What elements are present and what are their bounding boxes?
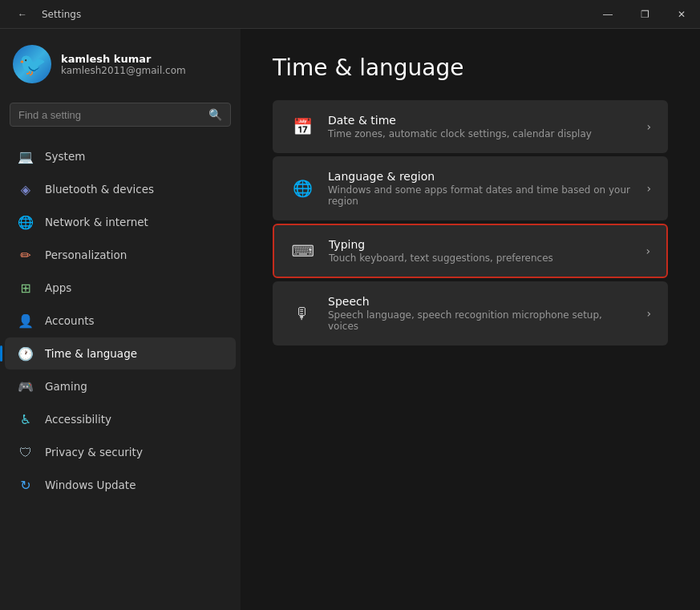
sidebar-item-label-gaming: Gaming <box>45 380 87 393</box>
bluetooth-icon: ◈ <box>18 181 34 197</box>
main-content: Time & language 📅Date & timeTime zones, … <box>241 29 700 610</box>
search-icon: 🔍 <box>208 108 222 121</box>
settings-card-language[interactable]: 🌐Language & regionWindows and some apps … <box>273 156 668 220</box>
personalization-icon: ✏ <box>18 247 34 263</box>
apps-icon: ⊞ <box>18 280 34 296</box>
user-info: kamlesh kumar kamlesh2011@gmail.com <box>61 53 186 76</box>
back-button[interactable]: ← <box>10 0 35 29</box>
sidebar-item-personalization[interactable]: ✏Personalization <box>5 239 236 271</box>
accounts-icon: 👤 <box>18 313 34 329</box>
sidebar-item-update[interactable]: ↻Windows Update <box>5 469 236 501</box>
sidebar-item-label-timelang: Time & language <box>45 347 137 360</box>
typing-desc: Touch keyboard, text suggestions, prefer… <box>329 252 633 264</box>
sidebar-item-label-accounts: Accounts <box>45 314 95 327</box>
sidebar-item-privacy[interactable]: 🛡Privacy & security <box>5 436 236 468</box>
sidebar-item-label-personalization: Personalization <box>45 248 127 261</box>
nav-items: 💻System◈Bluetooth & devices🌐Network & in… <box>0 136 241 610</box>
sidebar-item-bluetooth[interactable]: ◈Bluetooth & devices <box>5 173 236 205</box>
page-title: Time & language <box>273 55 668 81</box>
sidebar-item-label-network: Network & internet <box>45 216 148 228</box>
settings-card-speech[interactable]: 🎙SpeechSpeech language, speech recogniti… <box>273 281 668 345</box>
sidebar-item-label-accessibility: Accessibility <box>45 413 111 426</box>
typing-chevron-icon: › <box>645 244 650 257</box>
speech-title: Speech <box>328 295 633 308</box>
language-desc: Windows and some apps format dates and t… <box>328 184 633 207</box>
sidebar-item-label-system: System <box>45 150 85 163</box>
language-chevron-icon: › <box>646 182 651 195</box>
datetime-title: Date & time <box>328 114 633 127</box>
sidebar-item-gaming[interactable]: 🎮Gaming <box>5 370 236 402</box>
titlebar-title: Settings <box>42 9 81 20</box>
sidebar-item-timelang[interactable]: 🕐Time & language <box>5 337 236 370</box>
speech-chevron-icon: › <box>646 307 651 320</box>
datetime-icon: 📅 <box>289 114 315 139</box>
sidebar-item-apps[interactable]: ⊞Apps <box>5 272 236 304</box>
language-title: Language & region <box>328 170 633 183</box>
sidebar-item-network[interactable]: 🌐Network & internet <box>5 206 236 238</box>
typing-icon: ⌨ <box>290 238 316 264</box>
search-input[interactable] <box>18 109 202 121</box>
settings-card-typing[interactable]: ⌨TypingTouch keyboard, text suggestions,… <box>273 224 668 278</box>
avatar: 🐦 <box>13 45 51 83</box>
typing-text: TypingTouch keyboard, text suggestions, … <box>329 238 633 264</box>
user-profile[interactable]: 🐦 kamlesh kumar kamlesh2011@gmail.com <box>0 29 241 96</box>
search-container: 🔍 <box>0 96 241 136</box>
network-icon: 🌐 <box>18 214 34 230</box>
titlebar-left: ← Settings <box>10 0 81 29</box>
user-email: kamlesh2011@gmail.com <box>61 65 186 76</box>
timelang-icon: 🕐 <box>18 345 34 362</box>
gaming-icon: 🎮 <box>18 378 34 394</box>
maximize-button[interactable]: ❐ <box>626 0 663 29</box>
update-icon: ↻ <box>18 477 34 493</box>
minimize-button[interactable]: — <box>589 0 626 29</box>
search-box: 🔍 <box>10 103 231 127</box>
titlebar-controls: — ❐ ✕ <box>589 0 700 29</box>
sidebar-item-system[interactable]: 💻System <box>5 140 236 172</box>
datetime-desc: Time zones, automatic clock settings, ca… <box>328 128 633 139</box>
speech-desc: Speech language, speech recognition micr… <box>328 309 633 332</box>
sidebar-item-label-privacy: Privacy & security <box>45 446 143 459</box>
close-button[interactable]: ✕ <box>663 0 700 29</box>
language-icon: 🌐 <box>289 176 315 201</box>
sidebar-item-label-update: Windows Update <box>45 479 136 491</box>
titlebar: ← Settings — ❐ ✕ <box>0 0 700 29</box>
speech-icon: 🎙 <box>289 301 315 326</box>
settings-list: 📅Date & timeTime zones, automatic clock … <box>273 100 668 345</box>
settings-card-datetime[interactable]: 📅Date & timeTime zones, automatic clock … <box>273 100 668 153</box>
datetime-text: Date & timeTime zones, automatic clock s… <box>328 114 633 139</box>
sidebar-item-label-bluetooth: Bluetooth & devices <box>45 183 154 196</box>
language-text: Language & regionWindows and some apps f… <box>328 170 633 207</box>
datetime-chevron-icon: › <box>646 120 651 133</box>
typing-title: Typing <box>329 238 633 251</box>
privacy-icon: 🛡 <box>18 444 34 460</box>
system-icon: 💻 <box>18 148 34 164</box>
accessibility-icon: ♿ <box>18 411 34 427</box>
speech-text: SpeechSpeech language, speech recognitio… <box>328 295 633 332</box>
sidebar: 🐦 kamlesh kumar kamlesh2011@gmail.com 🔍 … <box>0 29 241 610</box>
sidebar-item-label-apps: Apps <box>45 281 71 294</box>
app-container: 🐦 kamlesh kumar kamlesh2011@gmail.com 🔍 … <box>0 29 700 610</box>
sidebar-item-accessibility[interactable]: ♿Accessibility <box>5 403 236 435</box>
user-name: kamlesh kumar <box>61 53 186 65</box>
sidebar-item-accounts[interactable]: 👤Accounts <box>5 305 236 337</box>
